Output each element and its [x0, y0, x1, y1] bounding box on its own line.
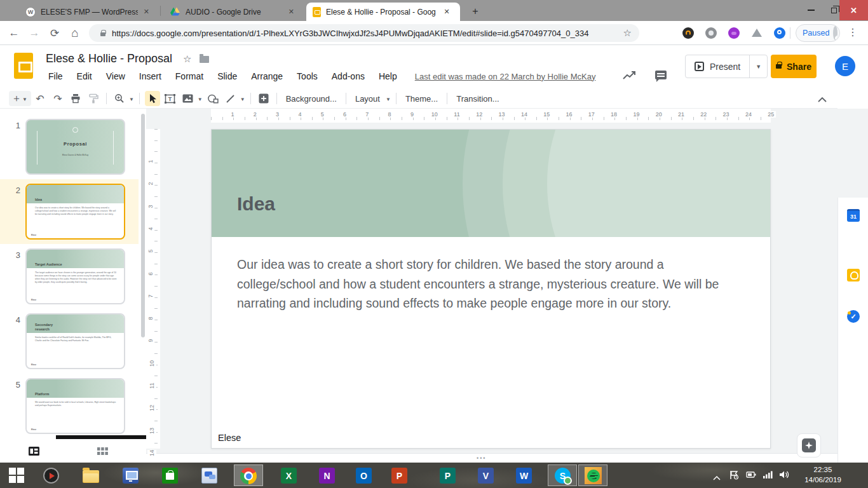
taskbar-excel-icon[interactable]: X [281, 468, 297, 484]
taskbar-chrome-icon[interactable] [240, 468, 256, 484]
window-close-button[interactable]: ✕ [839, 0, 868, 20]
bookmark-star-icon[interactable]: ☆ [623, 27, 632, 39]
tray-network-icon[interactable] [763, 470, 773, 482]
current-slide[interactable]: Idea Our idea was to create a short stor… [211, 129, 771, 449]
taskbar-visio-icon[interactable]: V [478, 468, 494, 484]
browser-tab-drive[interactable]: AUDIO - Google Drive ✕ [164, 3, 302, 21]
browser-tab-slides-active[interactable]: Elese & Hollie - Proposal - Goog ✕ [306, 3, 460, 21]
start-button[interactable] [9, 468, 25, 484]
move-to-folder-icon[interactable] [200, 56, 209, 63]
keep-icon[interactable] [847, 269, 860, 281]
transition-button[interactable]: Transition... [451, 92, 504, 105]
new-tab-button[interactable]: + [468, 4, 483, 18]
slide-thumbnail-3[interactable]: Target Audience The target audience we h… [25, 248, 125, 304]
browser-tab-wordpress[interactable]: W ELESE'S FMP — WordPress.com ✕ [19, 3, 158, 21]
slide-thumbnail-2[interactable]: Idea Our idea was to create a short stor… [25, 184, 125, 240]
comments-icon[interactable] [655, 71, 667, 79]
back-button[interactable]: ← [6, 25, 22, 41]
new-slide-button[interactable]: ＋ ▼ [9, 91, 31, 106]
theme-button[interactable]: Theme... [400, 92, 443, 105]
chevron-down-icon[interactable]: ▼ [198, 97, 203, 102]
filmstrip-horizontal-scrollbar[interactable] [56, 435, 150, 439]
tab-close-icon[interactable]: ✕ [442, 7, 452, 17]
chevron-down-icon[interactable]: ▼ [22, 97, 27, 102]
slide-thumbnail-4[interactable]: Secondary research Similar books could b… [25, 313, 125, 369]
drive-offline-extension-icon[interactable] [751, 27, 763, 39]
taskbar-skype-icon[interactable]: S [555, 468, 571, 484]
present-dropdown-button[interactable]: ▼ [749, 55, 767, 78]
menu-edit[interactable]: Edit [74, 70, 95, 83]
slide-body-textbox[interactable]: Our idea was to create a short story for… [237, 255, 745, 313]
taskbar-microsoft-store-icon[interactable] [162, 468, 178, 484]
tray-flag-icon[interactable] [729, 470, 738, 482]
refresh-button[interactable]: ⟳ [47, 25, 62, 41]
menu-tools[interactable]: Tools [294, 70, 320, 83]
redo-button[interactable]: ↷ [50, 91, 65, 106]
undo-button[interactable]: ↶ [32, 91, 48, 106]
speaker-notes-divider[interactable]: ••• [146, 453, 837, 463]
taskbar-file-explorer-icon[interactable] [83, 468, 98, 484]
address-bar[interactable]: https://docs.google.com/presentation/d/1… [89, 24, 639, 42]
taskbar-publisher-icon[interactable]: P [440, 468, 456, 484]
taskbar-spotify-icon[interactable] [585, 467, 600, 483]
taskbar-word-icon[interactable]: W [516, 468, 532, 484]
slide-title-textbox[interactable]: Idea [237, 193, 275, 215]
chevron-down-icon[interactable]: ▼ [240, 97, 245, 102]
taskbar-onenote-icon[interactable]: N [319, 468, 335, 484]
zoom-button[interactable] [112, 91, 127, 106]
slide-header-band[interactable]: Idea [212, 130, 770, 237]
notes-drag-handle[interactable]: ••• [477, 455, 486, 461]
filmstrip-view-icon[interactable] [29, 447, 39, 458]
select-tool-button[interactable] [145, 91, 160, 106]
browser-menu-icon[interactable]: ⋮ [848, 26, 858, 38]
chevron-down-icon[interactable]: ▼ [129, 97, 134, 102]
profile-sync-paused-button[interactable]: Paused [796, 24, 840, 42]
taskbar-powerpoint-icon[interactable]: P [391, 468, 407, 484]
insert-placeholder-button[interactable] [256, 91, 271, 106]
hide-menus-button[interactable] [816, 93, 829, 106]
print-button[interactable] [68, 91, 83, 106]
taskbar-remote-desktop-icon[interactable] [123, 468, 139, 484]
taskbar-messaging-icon[interactable] [201, 468, 217, 484]
url-text[interactable]: https://docs.google.com/presentation/d/1… [112, 29, 618, 38]
menu-help[interactable]: Help [376, 70, 400, 83]
search-extension-icon[interactable] [774, 27, 785, 39]
menu-file[interactable]: File [46, 70, 65, 83]
menu-view[interactable]: View [104, 70, 128, 83]
document-title[interactable]: Elese & Hollie - Proposal [46, 52, 172, 65]
insert-line-button[interactable] [223, 91, 238, 106]
calendar-icon[interactable]: 31 [847, 209, 860, 222]
gauge-extension-icon[interactable] [682, 27, 694, 39]
secure-lock-icon[interactable] [100, 32, 105, 36]
menu-insert[interactable]: Insert [137, 70, 164, 83]
menu-addons[interactable]: Add-ons [329, 70, 367, 83]
tab-close-icon[interactable]: ✕ [287, 7, 296, 17]
insert-image-button[interactable] [180, 91, 196, 106]
tab-close-icon[interactable]: ✕ [142, 7, 151, 17]
forward-button[interactable]: → [27, 25, 42, 41]
menu-arrange[interactable]: Arrange [248, 70, 285, 83]
menu-format[interactable]: Format [173, 70, 206, 83]
account-avatar[interactable]: E [835, 56, 855, 76]
taskbar-clock[interactable]: 22:35 14/06/2019 [788, 464, 858, 485]
chevron-down-icon[interactable]: ▼ [386, 97, 391, 102]
background-button[interactable]: Background... [281, 92, 342, 105]
slide-thumbnail-1[interactable]: Proposal Elese Davies & Hollie McKay [25, 119, 125, 175]
taskbar-media-player-icon[interactable] [43, 468, 59, 484]
insert-shape-button[interactable] [205, 91, 220, 106]
home-button[interactable]: ⌂ [67, 25, 83, 41]
tray-battery-icon[interactable] [746, 470, 756, 482]
star-document-icon[interactable]: ☆ [183, 53, 191, 65]
taskbar-outlook-icon[interactable]: O [356, 468, 372, 484]
tasks-icon[interactable]: ✓ [847, 310, 860, 323]
slide-footer-textbox[interactable]: Elese [218, 433, 241, 443]
menu-slide[interactable]: Slide [215, 70, 240, 83]
tray-show-hidden-icons[interactable] [713, 471, 721, 483]
last-edit-link[interactable]: Last edit was made on 22 March by Hollie… [415, 72, 596, 81]
share-button[interactable]: Share [771, 55, 817, 78]
pig-extension-icon[interactable] [728, 27, 740, 39]
circle-extension-icon[interactable] [705, 27, 717, 39]
text-box-tool-button[interactable]: T [163, 91, 178, 106]
filmstrip-vertical-scrollbar[interactable] [141, 114, 145, 337]
google-slides-logo[interactable] [14, 53, 33, 79]
